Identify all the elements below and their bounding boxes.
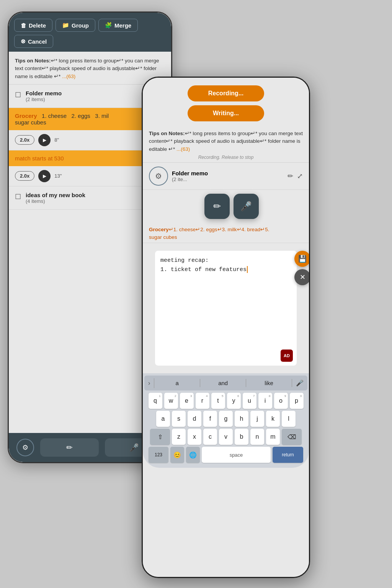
keyboard: › a and like 🎤 q1 w2 e3 r4 t5 y6 u7 i8 o… bbox=[143, 373, 309, 468]
delete-label: Delete bbox=[29, 22, 46, 29]
tips-front-text: Tips on Notes:↵* long press items to gro… bbox=[149, 131, 303, 152]
suggestion-and[interactable]: and bbox=[200, 379, 246, 387]
tips-text: Tips on Notes:↵* long press items to gro… bbox=[15, 58, 159, 79]
key-c[interactable]: c bbox=[203, 429, 217, 445]
expand-icon-btn-front[interactable]: ⤢ bbox=[297, 172, 303, 180]
group-label: Group bbox=[72, 22, 89, 29]
floating-actions: ✏ 🎤 bbox=[143, 190, 309, 223]
writing-line2: 1. ticket of new features bbox=[160, 266, 247, 273]
merge-button[interactable]: 🧩 Merge bbox=[98, 19, 138, 32]
key-r[interactable]: r4 bbox=[196, 393, 209, 409]
edit-icon-btn-front[interactable]: ✏ bbox=[287, 172, 293, 180]
numbers-key[interactable]: 123 bbox=[149, 447, 168, 463]
key-t[interactable]: t5 bbox=[211, 393, 225, 409]
delete-key[interactable]: ⌫ bbox=[282, 429, 302, 445]
front-phone: Recording... Writing... Tips on Notes:↵*… bbox=[142, 77, 310, 578]
text-cursor bbox=[247, 266, 248, 273]
tips-section: Tips on Notes:↵* long press items to gro… bbox=[9, 52, 171, 85]
writing-button[interactable]: Writing... bbox=[188, 105, 264, 121]
emoji-key[interactable]: 😊 bbox=[170, 447, 184, 463]
key-m[interactable]: m bbox=[266, 429, 280, 445]
writing-content: meeting recap: 1. ticket of new features bbox=[160, 256, 291, 274]
cancel-icon: ⊗ bbox=[21, 38, 26, 45]
cancel-writing-icon: ✕ bbox=[300, 273, 305, 281]
keyboard-row-3: ⇧ z x c v b n m ⌫ bbox=[144, 429, 307, 445]
toolbar: 🗑 Delete 📁 Group 🧩 Merge ⊗ Cancel bbox=[9, 13, 171, 52]
keyboard-suggestions: › a and like 🎤 bbox=[144, 376, 307, 390]
save-icon: 💾 bbox=[298, 255, 307, 263]
key-f[interactable]: f bbox=[203, 411, 217, 427]
key-p[interactable]: p0 bbox=[290, 393, 304, 409]
writing-area[interactable]: meeting recap: 1. ticket of new features… bbox=[155, 251, 297, 366]
globe-key[interactable]: 🌐 bbox=[186, 447, 200, 463]
key-y[interactable]: y6 bbox=[227, 393, 241, 409]
key-b[interactable]: b bbox=[235, 429, 248, 445]
delete-button[interactable]: 🗑 Delete bbox=[14, 19, 52, 32]
cancel-button-front[interactable]: ✕ bbox=[294, 269, 310, 285]
floating-actions-container: ✏ 🎤 bbox=[143, 190, 309, 223]
shift-key[interactable]: ⇧ bbox=[150, 429, 170, 445]
duration-1: 8" bbox=[54, 137, 59, 143]
suggestion-a[interactable]: a bbox=[154, 379, 200, 387]
key-v[interactable]: v bbox=[219, 429, 233, 445]
group-button[interactable]: 📁 Group bbox=[56, 19, 95, 32]
merge-icon: 🧩 bbox=[105, 22, 112, 29]
key-l[interactable]: l bbox=[282, 411, 296, 427]
key-d[interactable]: d bbox=[188, 411, 201, 427]
float-edit-button[interactable]: ✏ bbox=[204, 194, 230, 219]
return-key[interactable]: return bbox=[273, 447, 303, 463]
key-n[interactable]: n bbox=[250, 429, 264, 445]
speed-button-2[interactable]: 2.0x bbox=[15, 171, 34, 181]
key-s[interactable]: s bbox=[172, 411, 186, 427]
folder-front-count: (2 ite... bbox=[172, 176, 284, 182]
float-mic-button[interactable]: 🎤 bbox=[234, 194, 259, 219]
edit-icon-back: ✏ bbox=[66, 443, 73, 452]
writing-area-wrapper: meeting recap: 1. ticket of new features… bbox=[149, 247, 303, 369]
merge-label: Merge bbox=[114, 22, 131, 29]
recording-button[interactable]: Recording... bbox=[188, 85, 264, 101]
key-z[interactable]: z bbox=[172, 429, 186, 445]
recording-hint: Recording. Release to stop bbox=[149, 155, 303, 160]
action-buttons: Recording... Writing... bbox=[143, 78, 309, 125]
key-x[interactable]: x bbox=[188, 429, 201, 445]
cancel-button[interactable]: ⊗ Cancel bbox=[14, 35, 53, 48]
delete-icon: 🗑 bbox=[21, 22, 26, 29]
key-a[interactable]: a bbox=[156, 411, 170, 427]
save-button-front[interactable]: 💾 bbox=[294, 251, 310, 267]
key-j[interactable]: j bbox=[250, 411, 264, 427]
group-icon: 📁 bbox=[62, 22, 69, 29]
tips-label: Tips on Notes: bbox=[15, 58, 51, 64]
key-q[interactable]: q1 bbox=[149, 393, 162, 409]
mic-icon-back: 🎤 bbox=[129, 443, 139, 452]
tips-front-section: Tips on Notes:↵* long press items to gro… bbox=[143, 125, 309, 163]
key-u[interactable]: u7 bbox=[243, 393, 256, 409]
float-mic-icon: 🎤 bbox=[240, 201, 252, 212]
tips-ellipsis: ...(63) bbox=[62, 74, 75, 79]
folder-front-info: Folder memo (2 ite... bbox=[172, 170, 284, 182]
keyboard-mic-icon[interactable]: 🎤 bbox=[292, 378, 307, 388]
key-g[interactable]: g bbox=[219, 411, 233, 427]
speed-button-1[interactable]: 2.0x bbox=[15, 135, 34, 145]
folder-icon: ☐ bbox=[15, 91, 21, 99]
ad-badge: AD bbox=[281, 350, 293, 362]
key-o[interactable]: o9 bbox=[274, 393, 288, 409]
key-e[interactable]: e3 bbox=[180, 393, 194, 409]
keyboard-row-4: 123 😊 🌐 space return bbox=[144, 447, 307, 463]
cancel-label: Cancel bbox=[28, 38, 47, 45]
key-k[interactable]: k bbox=[266, 411, 280, 427]
play-button-2[interactable]: ▶ bbox=[38, 170, 51, 182]
space-key[interactable]: space bbox=[202, 447, 271, 463]
settings-button-front[interactable]: ⚙ bbox=[149, 167, 168, 186]
suggestion-like[interactable]: like bbox=[246, 379, 292, 387]
suggestion-expand[interactable]: › bbox=[144, 378, 154, 388]
key-w[interactable]: w2 bbox=[164, 393, 178, 409]
key-h[interactable]: h bbox=[235, 411, 248, 427]
settings-button-back[interactable]: ⚙ bbox=[16, 439, 34, 456]
folder-memo-name: Folder memo bbox=[26, 90, 62, 96]
folder-front-row: ⚙ Folder memo (2 ite... ✏ ⤢ bbox=[143, 163, 309, 190]
keyboard-row-1: q1 w2 e3 r4 t5 y6 u7 i8 o9 p0 bbox=[144, 393, 307, 409]
play-button-1[interactable]: ▶ bbox=[38, 134, 51, 146]
settings-icon-back: ⚙ bbox=[22, 443, 28, 452]
edit-button-back[interactable]: ✏ bbox=[40, 438, 99, 457]
key-i[interactable]: i8 bbox=[258, 393, 272, 409]
